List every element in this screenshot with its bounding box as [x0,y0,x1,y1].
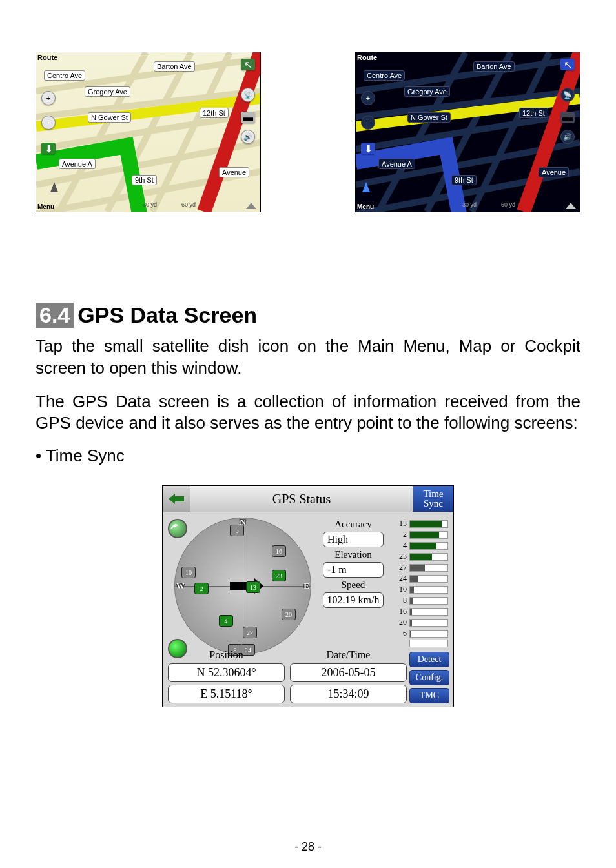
elevation-label: Elevation [334,549,371,560]
street-barton-dark: Barton Ave [473,61,515,72]
satellite-23: 23 [272,570,286,581]
datetime-label: Date/Time [290,649,407,661]
street-ngower-dark: N Gower St [407,112,451,123]
sound-icon[interactable]: 🔊 [241,130,255,144]
map-screenshot-night: Route Barton Ave Centro Ave Gregory Ave … [355,52,580,212]
gps-status-screenshot: GPS Status Time Sync N E S W 61610231322… [162,485,454,707]
position-label: Position [168,649,285,661]
battery-icon: ▬ [241,112,255,123]
bullet-time-sync: • Time Sync [36,446,580,466]
accuracy-value: High [323,532,384,547]
satellite-icon-dark[interactable]: 📡 [560,88,575,102]
paragraph-2: The GPS Data screen is a collection of i… [36,391,580,435]
cardinal-e: E [303,581,309,591]
satellite-13: 13 [246,581,260,593]
scale-30-dark: 30 yd [462,201,477,208]
cursor-icon[interactable]: ↖ [241,59,255,70]
signal-bar-20: 20 [395,618,448,627]
heading-arrow-icon [50,182,58,192]
street-avenue-a-dark: Avenue A [378,159,415,169]
tmc-button[interactable]: TMC [409,688,449,703]
cursor-icon-dark[interactable]: ↖ [560,59,575,70]
street-avenue-a: Avenue A [59,159,96,169]
street-avenue: Avenue [219,167,249,177]
signal-bar-empty [395,640,448,647]
signal-bar-4: 4 [395,541,448,550]
street-avenue-dark: Avenue [539,167,569,177]
signal-bar-6: 6 [395,629,448,638]
street-centro: Centro Ave [44,70,85,81]
scale-60: 60 yd [181,201,196,208]
signal-bar-16: 16 [395,607,448,616]
zoom-out-icon-dark[interactable]: − [361,116,375,130]
map-screenshots-row: Route Barton Ave Centro Ave Gregory Ave … [36,52,580,212]
street-12th: 12th St [200,108,229,118]
back-arrow-icon [169,494,184,504]
signal-bar-24: 24 [395,574,448,583]
config-button[interactable]: Config. [409,670,449,685]
gps-body: N E S W 616102313220427824 Accuracy High… [163,512,453,707]
satellite-icon[interactable]: 📡 [241,88,255,102]
heading-arrow-icon-dark [362,182,370,192]
street-gregory: Gregory Ave [85,86,130,97]
signal-bars: 132423272410816206 [395,519,448,649]
back-button[interactable] [163,486,190,512]
page-number: - 28 - [0,840,616,854]
section-title: GPS Data Screen [77,303,257,328]
bottom-readouts: Position Date/Time N 52.30604° 2006-05-0… [168,649,407,703]
route-label-dark: Route [357,54,377,61]
sky-view: N E S W 616102313220427824 [174,518,311,654]
menu-label-dark[interactable]: Menu [357,203,374,210]
paragraph-1: Tap the small satellite dish icon on the… [36,336,580,379]
time-value: 15:34:09 [290,685,407,703]
signal-bar-13: 13 [395,519,448,529]
detect-button[interactable]: Detect [409,652,449,667]
time-sync-button[interactable]: Time Sync [413,486,453,512]
street-barton: Barton Ave [154,61,195,72]
scale-60-dark: 60 yd [501,201,515,208]
satellite-dish-icon[interactable] [168,519,187,538]
zoom-in-icon[interactable]: + [41,91,56,105]
street-gregory-dark: Gregory Ave [404,86,450,97]
side-buttons: Detect Config. TMC [409,652,449,703]
satellite-20: 20 [282,609,296,620]
signal-bar-8: 8 [395,596,448,605]
longitude-value: E 5.15118° [168,685,285,703]
gps-header: GPS Status Time Sync [163,486,453,512]
speed-value: 102.19 km/h [323,592,384,608]
satellite-6: 6 [230,525,244,536]
street-12th-dark: 12th St [519,108,548,118]
expand-icon[interactable] [246,203,256,209]
menu-label[interactable]: Menu [37,203,54,210]
zoom-in-icon-dark[interactable]: + [361,91,375,105]
latitude-value: N 52.30604° [168,663,285,682]
scale-30: 30 yd [143,201,157,208]
signal-bar-23: 23 [395,552,448,561]
satellite-2: 2 [194,583,209,594]
speed-label: Speed [342,580,365,590]
signal-bar-27: 27 [395,563,448,572]
satellite-10: 10 [181,567,196,578]
cardinal-w: W [176,581,185,591]
satellite-27: 27 [243,627,257,638]
date-value: 2006-05-05 [290,663,407,682]
street-9th-dark: 9th St [451,175,477,185]
elevation-value: -1 m [323,562,384,578]
zoom-out-icon[interactable]: − [41,116,56,130]
satellite-4: 4 [219,615,233,627]
turn-icon[interactable]: ⬇ [41,143,56,154]
map-screenshot-day: Route Barton Ave Centro Ave Gregory Ave … [36,52,261,212]
turn-icon-dark[interactable]: ⬇ [361,143,375,154]
signal-bar-10: 10 [395,585,448,594]
street-centro-dark: Centro Ave [364,70,405,81]
svg-marker-0 [169,494,184,504]
street-ngower: N Gower St [88,112,131,123]
expand-icon-dark[interactable] [566,203,576,209]
signal-bar-2: 2 [395,530,448,540]
battery-icon-dark: ▬ [560,112,575,123]
metrics-column: Accuracy High Elevation -1 m Speed 102.1… [315,519,391,608]
accuracy-label: Accuracy [334,519,371,530]
sound-icon-dark[interactable]: 🔊 [560,130,575,144]
satellite-16: 16 [272,545,286,557]
route-label: Route [37,54,57,61]
